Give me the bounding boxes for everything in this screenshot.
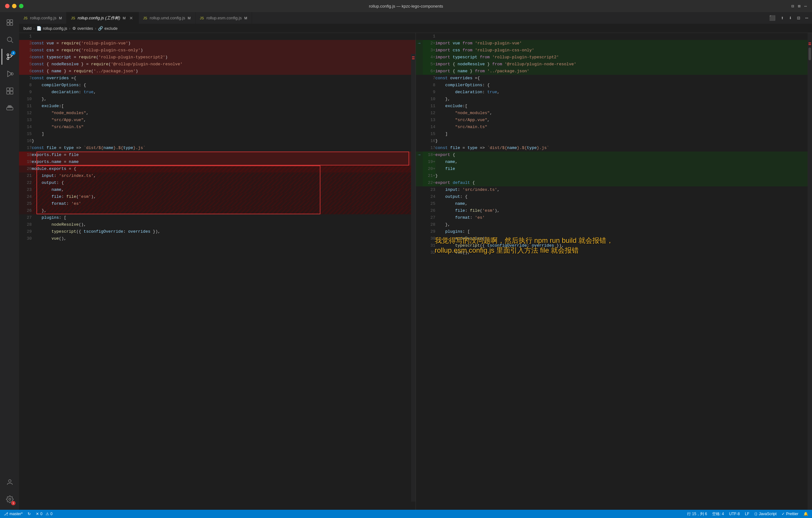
svg-line-5 bbox=[11, 41, 13, 43]
sidebar-item-extensions[interactable] bbox=[2, 83, 18, 99]
svg-rect-0 bbox=[7, 20, 9, 22]
sidebar-item-run[interactable] bbox=[2, 66, 18, 82]
breadcrumb-overrides-label: overrides bbox=[77, 26, 93, 31]
table-row: 4+ import typescript from 'rollup-plugin… bbox=[416, 54, 812, 61]
window-title: rollup.config.js — kpzc-lego-components bbox=[369, 4, 443, 8]
breadcrumb: build › 📄 rollup.config.js › ⚙ overrides… bbox=[19, 24, 812, 33]
status-errors[interactable]: ✕ 0 ⚠ 0 bbox=[36, 512, 52, 516]
breadcrumb-sep-1: › bbox=[33, 26, 34, 31]
status-language[interactable]: ⟨⟩ JavaScript bbox=[754, 512, 777, 516]
table-row: 13 "src/App.vue", bbox=[416, 117, 812, 124]
table-row: 22 output: { bbox=[19, 179, 415, 186]
tab-modified-4: M bbox=[244, 16, 247, 20]
tab-rollup-config-worktree[interactable]: JS rollup.config.js (工作树) M ✕ bbox=[66, 12, 139, 24]
sidebar-item-settings[interactable]: 1 bbox=[2, 491, 18, 507]
sidebar-item-search[interactable] bbox=[2, 32, 18, 48]
breadcrumb-file[interactable]: 📄 rollup.config.js bbox=[36, 26, 67, 31]
minimize-button[interactable] bbox=[12, 4, 17, 8]
sidebar-item-source-control[interactable]: 4 bbox=[2, 49, 18, 65]
user-comment: 我觉得写的没问题啊，然后执行 npm run build 就会报错， rollu… bbox=[435, 236, 806, 256]
status-branch[interactable]: ⎇ master* bbox=[4, 512, 23, 516]
split-editor-icon[interactable]: ⊡ bbox=[796, 13, 802, 23]
right-code-table: 1 → 2+ import vue from 'rollup-plugin-vu… bbox=[416, 33, 812, 256]
close-button[interactable] bbox=[5, 4, 9, 8]
right-scrollbar[interactable] bbox=[808, 33, 812, 510]
svg-point-4 bbox=[7, 37, 12, 41]
language-icon: ⟨⟩ bbox=[754, 512, 757, 516]
svg-rect-13 bbox=[10, 88, 13, 91]
js-icon-2: JS bbox=[71, 16, 75, 20]
table-row: 3+ import css from 'rollup-plugin-css-on… bbox=[416, 47, 812, 54]
layout-icon[interactable]: ⊠ bbox=[798, 3, 800, 9]
status-spaces[interactable]: 空格: 4 bbox=[712, 511, 724, 517]
more-actions-icon[interactable]: ⋯ bbox=[804, 13, 809, 23]
formatter-icon: ✓ bbox=[782, 512, 785, 516]
table-row: 25 format: 'es' bbox=[19, 200, 415, 207]
status-position[interactable]: 行 15，列 6 bbox=[687, 511, 707, 517]
tab-rollup-config[interactable]: JS rollup.config.js M bbox=[19, 12, 66, 24]
table-row: 5+ import { nodeResolve } from '@rollup/… bbox=[416, 61, 812, 68]
left-code-area[interactable]: 1 2 const vue = require('rollup-plugin-v… bbox=[19, 33, 415, 510]
table-row: 21 input: 'src/index.ts', bbox=[19, 172, 415, 179]
formatter-text: Prettier bbox=[786, 512, 799, 516]
breadcrumb-exclude[interactable]: 🔗 exclude bbox=[98, 26, 117, 31]
sidebar-item-account[interactable] bbox=[2, 474, 18, 490]
tab-rollup-umd-config[interactable]: JS rollup.umd.config.js M bbox=[139, 12, 196, 24]
status-encoding[interactable]: UTF-8 bbox=[729, 512, 740, 516]
download-icon[interactable]: ⬇ bbox=[788, 13, 793, 23]
svg-rect-3 bbox=[10, 23, 13, 25]
tab-actions: ⬛ ⬆ ⬇ ⊡ ⋯ bbox=[768, 12, 812, 24]
table-row: 15 ] bbox=[416, 131, 812, 138]
branch-name: master* bbox=[9, 512, 23, 516]
comment-line-1: 我觉得写的没问题啊，然后执行 npm run build 就会报错， bbox=[435, 236, 806, 246]
breadcrumb-build-label: build bbox=[24, 26, 31, 31]
table-row: 14 "src/main.ts" bbox=[19, 124, 415, 131]
table-row: 11 exclude:[ bbox=[416, 103, 812, 110]
error-count: 0 bbox=[40, 512, 42, 516]
svg-rect-14 bbox=[10, 91, 13, 94]
breadcrumb-overrides[interactable]: ⚙ overrides bbox=[72, 26, 93, 31]
table-row: 6+ import { name } from '../package.json… bbox=[416, 68, 812, 75]
status-formatter[interactable]: ✓ Prettier bbox=[782, 512, 799, 516]
js-icon-4: JS bbox=[200, 16, 204, 20]
scrollbar-mark-right-2 bbox=[809, 44, 811, 45]
encoding-text: UTF-8 bbox=[729, 512, 740, 516]
table-row: 12 "node_modules", bbox=[416, 110, 812, 117]
position-text: 行 15，列 6 bbox=[687, 511, 707, 517]
tabs-bar: JS rollup.config.js M JS rollup.config.j… bbox=[19, 12, 812, 24]
tab-rollup-esm-config[interactable]: JS rollup.esm.config.js M bbox=[196, 12, 252, 24]
warning-count: 0 bbox=[50, 512, 53, 516]
table-row: 19 exports.name = name bbox=[19, 159, 415, 166]
maximize-button[interactable] bbox=[19, 4, 24, 8]
table-row: 3 const css = require('rollup-plugin-css… bbox=[19, 47, 415, 54]
status-sync[interactable]: ↻ bbox=[28, 512, 31, 516]
exclude-icon: 🔗 bbox=[98, 26, 103, 31]
open-editors-icon[interactable]: ⬛ bbox=[768, 13, 777, 23]
table-row: 23 name, bbox=[19, 186, 415, 193]
sidebar-item-docker[interactable] bbox=[2, 100, 18, 116]
editors-split: 1 2 const vue = require('rollup-plugin-v… bbox=[19, 33, 812, 510]
svg-rect-21 bbox=[10, 106, 11, 107]
status-notifications[interactable]: 🔔 bbox=[804, 512, 808, 516]
tab-modified: M bbox=[59, 16, 62, 20]
table-row: 22+ export default { bbox=[416, 179, 812, 186]
right-code-area[interactable]: 1 → 2+ import vue from 'rollup-plugin-vu… bbox=[416, 33, 812, 510]
tab-label: rollup.config.js bbox=[30, 16, 56, 20]
svg-point-8 bbox=[7, 54, 9, 56]
table-row: 19+ name, bbox=[416, 159, 812, 166]
sidebar-item-explorer[interactable] bbox=[2, 15, 18, 30]
split-editor-icon[interactable]: ⊟ bbox=[791, 3, 794, 9]
breadcrumb-build[interactable]: build bbox=[24, 26, 31, 31]
table-row: 30 vue(), bbox=[19, 235, 415, 242]
window-controls[interactable] bbox=[5, 4, 24, 8]
scrollbar-mark-right bbox=[809, 42, 811, 44]
status-eol[interactable]: LF bbox=[745, 512, 749, 516]
settings-badge: 1 bbox=[11, 501, 16, 505]
table-row: 26 file: file('esm'), bbox=[416, 207, 812, 214]
table-row: 24 output: { bbox=[416, 193, 812, 200]
upload-icon[interactable]: ⬆ bbox=[779, 13, 785, 23]
left-scrollbar[interactable] bbox=[411, 54, 415, 501]
tab-close-button[interactable]: ✕ bbox=[128, 15, 134, 21]
left-editor-pane: 1 2 const vue = require('rollup-plugin-v… bbox=[19, 33, 415, 510]
more-icon[interactable]: ⋯ bbox=[804, 3, 807, 9]
